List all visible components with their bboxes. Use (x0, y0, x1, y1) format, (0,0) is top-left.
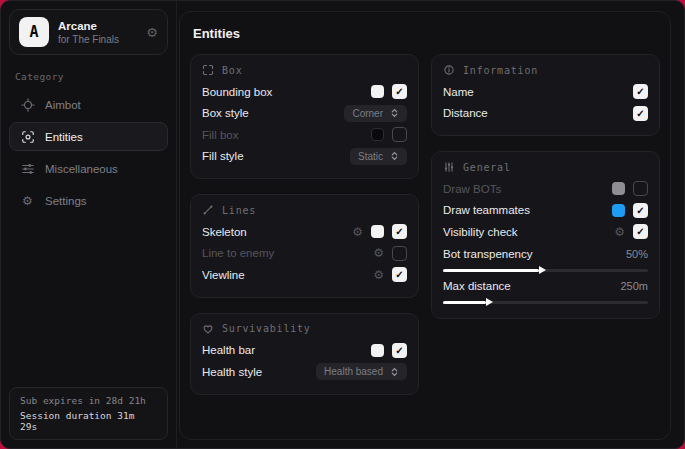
row-label: Max distance (443, 280, 511, 292)
app-title-block: Arcane for The Finals (58, 20, 119, 45)
settings-gear-icon[interactable]: ⚙ (146, 26, 158, 39)
entities-scan-icon (20, 129, 35, 144)
category-label: Category (15, 71, 162, 82)
box-card: Box Bounding box ✓ Box style (190, 54, 419, 179)
row-label: Distance (443, 107, 488, 119)
sidebar-item-aimbot[interactable]: Aimbot (9, 90, 168, 119)
row-label: Bounding box (202, 86, 272, 98)
bot-transparency-slider[interactable] (443, 269, 648, 272)
row-label: Fill style (202, 150, 244, 162)
entities-panel: Entities Box Bounding box (179, 11, 671, 440)
survivability-card: Survivability Health bar ✓ Health style (190, 313, 419, 395)
card-title: General (463, 162, 511, 173)
sidebar-item-label: Miscellaneous (45, 163, 118, 175)
left-column: Box Bounding box ✓ Box style (190, 54, 419, 395)
unfold-icon (390, 108, 399, 118)
sidebar-item-label: Entities (45, 131, 83, 143)
heart-icon (202, 323, 214, 335)
health-bar-row: Health bar ✓ (202, 340, 407, 362)
viewline-checkbox[interactable]: ✓ (392, 267, 407, 282)
sidebar: A Arcane for The Finals ⚙ Category Aimbo… (1, 1, 177, 448)
max-distance-slider[interactable] (443, 301, 648, 304)
sub-expires-text: Sub expires in 28d 21h (20, 395, 157, 406)
subscription-info-card: Sub expires in 28d 21h Session duration … (9, 387, 168, 440)
check-icon: ✓ (636, 108, 644, 119)
name-checkbox[interactable]: ✓ (633, 84, 648, 99)
row-label: Draw BOTs (443, 183, 501, 195)
max-distance-control: Max distance 250m (443, 275, 648, 307)
gear-icon[interactable]: ⚙ (373, 269, 384, 281)
color-swatch[interactable] (371, 128, 384, 141)
health-style-select[interactable]: Health based (316, 363, 407, 380)
box-style-row: Box style Corner (202, 103, 407, 125)
visibility-check-checkbox[interactable]: ✓ (633, 224, 648, 239)
bounding-box-row: Bounding box ✓ (202, 81, 407, 103)
distance-row: Distance ✓ (443, 103, 648, 125)
check-icon: ✓ (395, 226, 403, 237)
bot-transparency-control: Bot transpenency 50% (443, 243, 648, 275)
distance-checkbox[interactable]: ✓ (633, 106, 648, 121)
color-swatch[interactable] (371, 344, 384, 357)
health-bar-checkbox[interactable]: ✓ (392, 343, 407, 358)
survivability-card-header: Survivability (202, 323, 407, 335)
sidebar-item-miscellaneous[interactable]: Miscellaneous (9, 154, 168, 183)
color-swatch[interactable] (612, 182, 625, 195)
slider-thumb[interactable] (486, 298, 493, 306)
lines-card: Lines Skeleton ⚙ ✓ Line to enemy (190, 194, 419, 298)
color-swatch[interactable] (371, 225, 384, 238)
row-label: Line to enemy (202, 247, 274, 259)
session-duration-text: Session duration 31m 29s (20, 410, 157, 432)
gear-icon[interactable]: ⚙ (352, 226, 363, 238)
bounding-box-checkbox[interactable]: ✓ (392, 84, 407, 99)
check-icon: ✓ (636, 86, 644, 97)
row-label: Box style (202, 107, 249, 119)
slider-value: 50% (626, 248, 648, 260)
unfold-icon (390, 151, 399, 161)
line-to-enemy-checkbox[interactable] (392, 246, 407, 261)
main-area: Entities Box Bounding box (177, 1, 684, 448)
color-swatch[interactable] (371, 85, 384, 98)
row-label: Fill box (202, 129, 238, 141)
general-card: General Draw BOTs Draw teammates (431, 151, 660, 319)
gear-icon[interactable]: ⚙ (614, 226, 625, 238)
name-row: Name ✓ (443, 81, 648, 103)
select-value: Health based (324, 366, 383, 377)
viewline-row: Viewline ⚙ ✓ (202, 264, 407, 286)
skeleton-row: Skeleton ⚙ ✓ (202, 221, 407, 243)
draw-bots-row: Draw BOTs (443, 178, 648, 200)
box-style-select[interactable]: Corner (344, 105, 407, 122)
slider-fill (443, 269, 539, 272)
gear-icon: ⚙ (20, 193, 35, 208)
app-logo: A (19, 17, 49, 47)
draw-teammates-checkbox[interactable]: ✓ (633, 203, 648, 218)
right-column: Information Name ✓ Distance ✓ (431, 54, 660, 395)
slider-fill (443, 301, 486, 304)
draw-bots-checkbox[interactable] (633, 181, 648, 196)
crosshair-icon (20, 97, 35, 112)
fill-box-row: Fill box (202, 124, 407, 146)
app-window: A Arcane for The Finals ⚙ Category Aimbo… (0, 0, 685, 449)
app-name: Arcane (58, 20, 119, 32)
card-title: Survivability (222, 323, 311, 334)
draw-teammates-row: Draw teammates ✓ (443, 200, 648, 222)
select-value: Corner (352, 108, 383, 119)
slider-value: 250m (620, 280, 648, 292)
row-label: Visibility check (443, 226, 518, 238)
row-label: Bot transpenency (443, 248, 533, 260)
color-swatch[interactable] (612, 204, 625, 217)
row-label: Health style (202, 366, 262, 378)
skeleton-checkbox[interactable]: ✓ (392, 224, 407, 239)
fill-box-checkbox[interactable] (392, 127, 407, 142)
card-title: Information (463, 65, 538, 76)
check-icon: ✓ (395, 345, 403, 356)
sidebar-item-label: Settings (45, 195, 87, 207)
page-title: Entities (193, 26, 660, 41)
select-value: Static (358, 151, 383, 162)
gear-icon[interactable]: ⚙ (373, 247, 384, 259)
slider-thumb[interactable] (539, 266, 546, 274)
fill-style-select[interactable]: Static (350, 148, 407, 165)
sidebar-item-settings[interactable]: ⚙ Settings (9, 186, 168, 215)
lines-card-header: Lines (202, 204, 407, 216)
check-icon: ✓ (395, 269, 403, 280)
sidebar-item-entities[interactable]: Entities (9, 122, 168, 151)
